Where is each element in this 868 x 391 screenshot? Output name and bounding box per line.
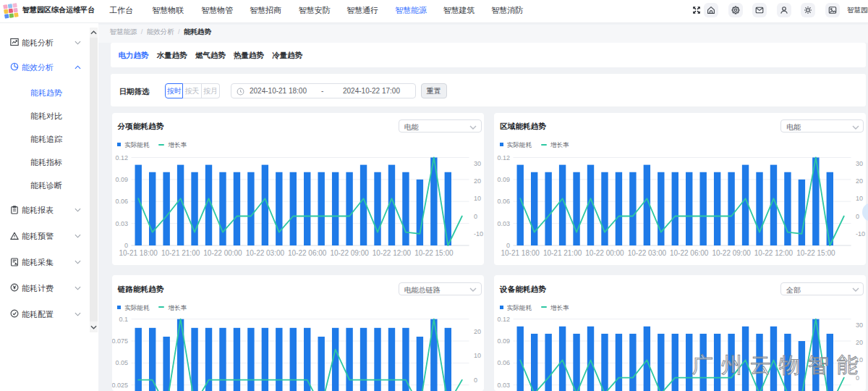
svg-text:0.06: 0.06 xyxy=(497,198,510,205)
svg-text:30: 30 xyxy=(473,159,480,167)
svg-text:20: 20 xyxy=(856,177,863,184)
svg-text:10: 10 xyxy=(856,195,863,202)
svg-text:20: 20 xyxy=(856,339,863,346)
svg-text:20: 20 xyxy=(473,328,480,335)
svg-text:0.06: 0.06 xyxy=(497,359,510,366)
svg-text:10-21 18:00: 10-21 18:00 xyxy=(501,248,540,256)
svg-text:10-21 18:00: 10-21 18:00 xyxy=(119,248,158,256)
svg-text:30: 30 xyxy=(856,321,863,329)
svg-text:0: 0 xyxy=(473,212,477,219)
svg-text:-10: -10 xyxy=(473,230,482,237)
svg-text:10-22 12:00: 10-22 12:00 xyxy=(754,248,793,256)
svg-text:0.075: 0.075 xyxy=(112,337,128,345)
svg-text:0.06: 0.06 xyxy=(115,198,128,205)
svg-text:0: 0 xyxy=(473,377,477,384)
svg-text:0.05: 0.05 xyxy=(115,359,128,366)
svg-text:0.03: 0.03 xyxy=(497,219,510,227)
svg-text:10-22 12:00: 10-22 12:00 xyxy=(372,248,411,256)
svg-text:0.12: 0.12 xyxy=(497,316,510,323)
svg-text:30: 30 xyxy=(856,159,863,167)
svg-text:0: 0 xyxy=(506,242,510,249)
svg-text:10-22 15:00: 10-22 15:00 xyxy=(414,248,454,256)
svg-text:10-22 09:00: 10-22 09:00 xyxy=(330,248,369,256)
svg-text:10-22 15:00: 10-22 15:00 xyxy=(796,248,835,256)
svg-text:10-22 03:00: 10-22 03:00 xyxy=(628,248,667,256)
svg-text:10-22 09:00: 10-22 09:00 xyxy=(712,248,751,256)
svg-text:10-22 03:00: 10-22 03:00 xyxy=(245,248,284,256)
svg-text:10-22 00:00: 10-22 00:00 xyxy=(203,248,242,256)
svg-text:0.12: 0.12 xyxy=(115,154,128,161)
svg-text:0.12: 0.12 xyxy=(497,154,510,161)
svg-text:-10: -10 xyxy=(856,230,865,237)
svg-text:10-22 06:00: 10-22 06:00 xyxy=(288,248,327,256)
svg-text:0: 0 xyxy=(124,242,127,249)
svg-text:0: 0 xyxy=(856,212,859,219)
svg-text:0.09: 0.09 xyxy=(497,175,510,182)
svg-text:10-21 21:00: 10-21 21:00 xyxy=(161,248,200,256)
svg-text:0.025: 0.025 xyxy=(112,382,128,389)
svg-text:0.09: 0.09 xyxy=(497,337,510,345)
svg-text:0.03: 0.03 xyxy=(497,382,510,389)
svg-text:20: 20 xyxy=(473,177,480,184)
svg-text:10-21 21:00: 10-21 21:00 xyxy=(543,248,582,256)
svg-text:10-22 00:00: 10-22 00:00 xyxy=(585,248,624,256)
svg-text:10: 10 xyxy=(473,352,480,359)
svg-text:10: 10 xyxy=(473,195,480,202)
svg-text:0.1: 0.1 xyxy=(119,316,128,323)
svg-text:10-22 06:00: 10-22 06:00 xyxy=(670,248,709,256)
svg-text:0.03: 0.03 xyxy=(115,219,128,227)
svg-text:0.09: 0.09 xyxy=(115,175,128,182)
